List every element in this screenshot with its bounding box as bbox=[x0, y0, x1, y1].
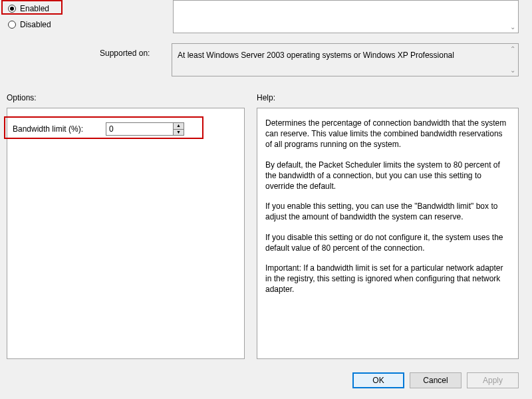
disabled-radio[interactable]: Disabled bbox=[7, 19, 73, 31]
spinner-down-button[interactable]: ▼ bbox=[174, 130, 184, 136]
help-paragraph: If you enable this setting, you can use … bbox=[265, 201, 510, 222]
state-radio-group: Enabled Disabled bbox=[7, 3, 73, 35]
help-paragraph: By default, the Packet Scheduler limits … bbox=[265, 160, 510, 192]
cancel-button[interactable]: Cancel bbox=[410, 372, 462, 388]
help-paragraph: Determines the percentage of connection … bbox=[265, 118, 510, 150]
options-section-label: Options: bbox=[7, 93, 37, 102]
supported-on-label: Supported on: bbox=[100, 49, 150, 58]
disabled-radio-label: Disabled bbox=[20, 20, 51, 29]
ok-button[interactable]: OK bbox=[352, 372, 404, 388]
help-panel: Determines the percentage of connection … bbox=[257, 108, 519, 359]
bandwidth-limit-row: Bandwidth limit (%): ▲ ▼ bbox=[13, 122, 184, 136]
bandwidth-limit-input[interactable] bbox=[106, 123, 173, 135]
bandwidth-limit-spinner[interactable]: ▲ ▼ bbox=[106, 122, 184, 136]
radio-checked-icon bbox=[8, 5, 16, 13]
dialog-button-row: OK Cancel Apply bbox=[352, 372, 519, 388]
help-paragraph: Important: If a bandwidth limit is set f… bbox=[265, 263, 510, 295]
options-panel: Bandwidth limit (%): ▲ ▼ bbox=[7, 108, 245, 359]
spinner-up-button[interactable]: ▲ bbox=[174, 123, 184, 130]
help-paragraph: If you disable this setting or do not co… bbox=[265, 232, 510, 253]
enabled-radio-label: Enabled bbox=[20, 4, 49, 13]
apply-button: Apply bbox=[467, 372, 519, 388]
supported-on-text: At least Windows Server 2003 operating s… bbox=[178, 51, 454, 60]
chevron-up-icon[interactable]: ⌃ bbox=[509, 45, 517, 53]
comment-textbox[interactable]: ⌄ bbox=[173, 0, 519, 33]
enabled-radio[interactable]: Enabled bbox=[7, 3, 73, 15]
chevron-down-icon[interactable]: ⌄ bbox=[509, 66, 517, 74]
policy-editor-window: ⌄ Enabled Disabled Supported on: At leas… bbox=[0, 0, 532, 399]
supported-on-box: At least Windows Server 2003 operating s… bbox=[172, 43, 519, 76]
chevron-down-icon[interactable]: ⌄ bbox=[509, 23, 517, 31]
help-section-label: Help: bbox=[257, 93, 275, 102]
radio-unchecked-icon bbox=[8, 21, 16, 29]
bandwidth-limit-label: Bandwidth limit (%): bbox=[13, 124, 106, 134]
